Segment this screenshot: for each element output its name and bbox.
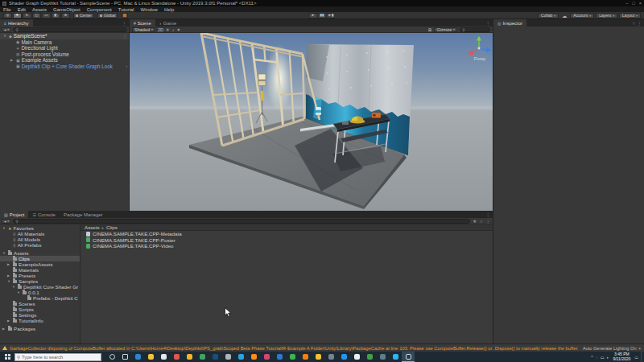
layers-button[interactable]: Layers▾	[596, 13, 617, 19]
tree-item-settings[interactable]: Settings	[0, 312, 80, 318]
persp-label[interactable]: Persp	[474, 56, 485, 61]
create-asset-button[interactable]: + ▾	[2, 219, 11, 224]
play-button[interactable]: ►	[309, 13, 318, 19]
menu-item-help[interactable]: Help	[164, 7, 174, 12]
tree-item-all-prefabs[interactable]: ⚲All Prefabs	[0, 242, 80, 248]
project-menu-icon[interactable]: ⋮	[485, 219, 492, 224]
mail-icon[interactable]	[170, 352, 183, 362]
tray-onedrive-icon[interactable]: ◌	[596, 355, 598, 360]
hierarchy-header-menu-icon[interactable]: ⋮	[123, 34, 128, 39]
shading-mode-dropdown[interactable]: Shaded ▾	[132, 27, 155, 32]
space-toggle-button[interactable]: Global	[97, 13, 118, 19]
unity-editor-icon[interactable]	[402, 352, 415, 362]
tree-item-favorites[interactable]: ▼★Favorites	[0, 225, 80, 231]
tree-item-depthkit-core-shader-gr[interactable]: ▼Depthkit Core Shader Gr	[0, 284, 80, 290]
menu-item-tutorial[interactable]: Tutorial	[118, 7, 134, 12]
custom-tool[interactable]: ⊛	[61, 13, 70, 19]
store-icon[interactable]	[157, 352, 170, 362]
tab-console[interactable]: ☰Console	[28, 211, 60, 218]
scene-search-input[interactable]: ⚲	[460, 27, 490, 32]
menu-item-edit[interactable]: Edit	[18, 7, 26, 12]
prefab-open-arrow-icon[interactable]: ›	[126, 64, 127, 68]
create-object-button[interactable]: + ▾	[2, 27, 11, 32]
cortana-icon[interactable]	[105, 352, 118, 362]
hierarchy-search-input[interactable]: ⚲	[13, 27, 127, 32]
file-row-cinema-sample-take-cpp-video[interactable]: CINEMA.SAMPLE.TAKE.CPP-Video	[80, 243, 493, 249]
menu-item-gameobject[interactable]: GameObject	[53, 7, 80, 12]
chrome-icon[interactable]	[183, 352, 196, 362]
pause-button[interactable]: ▮▮	[318, 13, 327, 19]
tree-item-scenes[interactable]: Scenes	[0, 301, 80, 306]
file-row-cinema-sample-take-cpp-metadata[interactable]: CINEMA.SAMPLE.TAKE.CPP-Metadata	[80, 231, 493, 237]
tree-item-all-materials[interactable]: ⚲All Materials	[0, 231, 80, 237]
rotate-tool[interactable]: ↻	[23, 13, 31, 19]
hierarchy-menu-icon[interactable]: ⋮	[119, 19, 129, 27]
menu-item-window[interactable]: Window	[141, 7, 158, 12]
tree-item-materials[interactable]: Materials	[0, 267, 80, 273]
collab-button[interactable]: Collab▾	[538, 13, 559, 19]
hierarchy-item-main-camera[interactable]: ◉Main Camera	[0, 39, 129, 46]
favorites-star-icon[interactable]: ★	[472, 219, 477, 224]
hierarchy-item-example-assets[interactable]: ▶▣Example Assets	[0, 57, 129, 64]
app-icon-1[interactable]	[260, 352, 273, 362]
minimize-button[interactable]: –	[625, 1, 628, 6]
tree-item-presets[interactable]: ▶Presets	[0, 273, 80, 278]
status-bar[interactable]: GarbageCollector disposing of ComputeBuf…	[0, 343, 644, 352]
tab-package-manager[interactable]: Package Manager	[60, 211, 107, 218]
action-center-icon[interactable]: ▭	[634, 355, 638, 360]
firefox-icon[interactable]	[247, 352, 260, 362]
settings-icon[interactable]	[221, 352, 234, 362]
menu-item-file[interactable]: File	[3, 7, 11, 12]
scene-viewport[interactable]: Persp	[130, 33, 493, 211]
vscode-icon[interactable]	[273, 352, 286, 362]
rect-tool[interactable]: ▭	[42, 13, 51, 19]
tray-chevron-icon[interactable]: ^	[591, 355, 592, 360]
file-row-cinema-sample-take-cpp-poster[interactable]: CINEMA.SAMPLE.TAKE.CPP-Poster	[80, 237, 493, 244]
tab-scene[interactable]: #Scene	[130, 19, 155, 27]
tree-item-assets[interactable]: ▼Assets	[0, 250, 80, 256]
tree-item-all-models[interactable]: ⚲All Models	[0, 237, 80, 242]
edge-icon[interactable]	[131, 352, 144, 362]
project-search-input[interactable]: ⚲	[13, 219, 470, 224]
tab-inspector[interactable]: ◎ Inspector	[493, 19, 526, 27]
tree-item-0-0-1[interactable]: ▼0.0.1	[0, 290, 80, 295]
tray-network-icon[interactable]: ▭	[601, 355, 605, 360]
scene-effects-icon[interactable]: ✦	[177, 27, 181, 32]
tree-item-exampleassets[interactable]: ▶ExampleAssets	[0, 261, 80, 267]
app-icon-2[interactable]	[286, 352, 299, 362]
tab-hierarchy[interactable]: ≡ Hierarchy	[0, 19, 33, 27]
gizmos-dropdown[interactable]: Gizmos ▾	[434, 27, 457, 32]
2d-toggle-button[interactable]: 2D	[158, 27, 163, 32]
tree-item-samples[interactable]: ▼Samples	[0, 278, 80, 284]
cloud-icon[interactable]: ☁	[560, 13, 568, 19]
tree-item-packages[interactable]: ▶Packages	[0, 326, 80, 331]
auto-generate-lighting-status[interactable]: Auto Generate Lighting On ☀	[583, 346, 642, 351]
gmail-icon[interactable]	[196, 352, 208, 362]
unity-hub-icon[interactable]	[312, 352, 324, 362]
layout-button[interactable]: Layout▾	[619, 13, 641, 19]
tree-item-prefabs-depthkit-c[interactable]: Prefabs - Depthkit C	[0, 295, 80, 301]
close-button[interactable]: ×	[639, 1, 642, 6]
file-explorer-icon[interactable]	[144, 352, 157, 362]
hierarchy-scene-header[interactable]: ▼◆SampleScene*⋮	[0, 33, 129, 39]
account-button[interactable]: Account▾	[570, 13, 594, 19]
start-button[interactable]	[2, 352, 13, 362]
maximize-button[interactable]: □	[632, 1, 634, 6]
hand-tool[interactable]: ◎	[3, 13, 12, 19]
lock-icon[interactable]: ○	[479, 219, 483, 224]
hierarchy-item-post-process-volume[interactable]: ◍Post-process Volume	[0, 51, 129, 58]
grid-snap-button[interactable]	[122, 13, 128, 19]
monitor-app-icon[interactable]	[324, 352, 337, 362]
step-button[interactable]: ►▮	[327, 13, 336, 19]
blender-icon[interactable]	[299, 352, 312, 362]
tree-item-clips[interactable]: Clips	[0, 256, 80, 261]
taskbar-search-input[interactable]: ⚲ Type here to search	[14, 353, 101, 361]
tree-item-scripts[interactable]: Scripts	[0, 306, 80, 312]
transform-tool[interactable]: ◧	[52, 13, 60, 19]
steam-icon[interactable]	[376, 352, 389, 362]
notepad-icon[interactable]	[350, 352, 363, 362]
inspector-menu-icon[interactable]: ⋮	[637, 20, 642, 26]
console-warning-text[interactable]: GarbageCollector disposing of ComputeBuf…	[10, 346, 580, 351]
move-tool[interactable]: ✛	[13, 13, 22, 19]
scene-lighting-icon[interactable]: ☀	[166, 27, 170, 32]
